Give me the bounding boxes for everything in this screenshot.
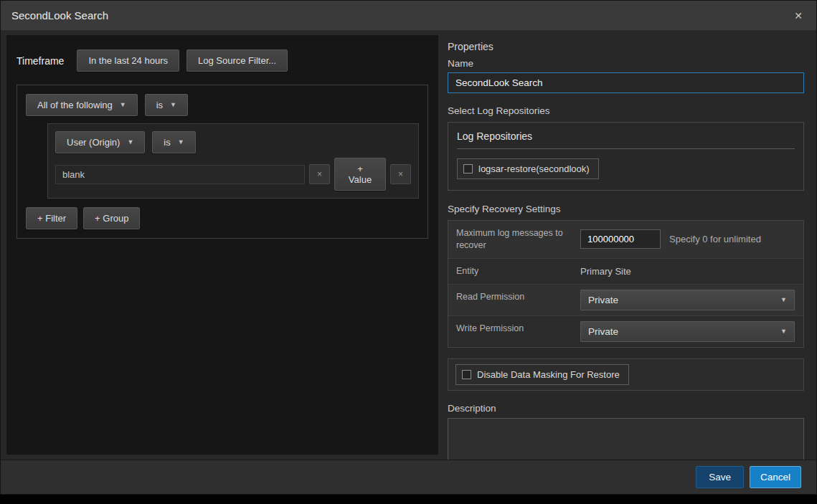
chevron-down-icon: ▼: [178, 139, 184, 146]
repository-item-label: logsar-restore(secondlook): [478, 163, 590, 174]
group-condition-label: is: [156, 100, 163, 110]
add-filter-button[interactable]: + Filter: [26, 207, 77, 229]
add-buttons-row: + Filter + Group: [26, 207, 419, 229]
max-messages-hint: Specify 0 for unlimited: [669, 234, 761, 244]
timeframe-label: Timeframe: [16, 55, 64, 67]
log-repositories-box: Log Repositories logsar-restore(secondlo…: [448, 122, 804, 191]
write-permission-dropdown[interactable]: Private ▼: [580, 321, 795, 342]
close-icon[interactable]: ✕: [791, 9, 806, 23]
chevron-down-icon: ▼: [127, 139, 133, 146]
select-repositories-label: Select Log Repositories: [448, 105, 804, 116]
read-permission-dropdown[interactable]: Private ▼: [580, 290, 795, 310]
entity-label: Entity: [448, 259, 572, 284]
group-operator-row: All of the following ▼ is ▼: [26, 94, 419, 116]
entity-value: Primary Site: [580, 266, 631, 277]
disable-data-masking-label: Disable Data Masking For Restore: [477, 369, 620, 380]
timeframe-row: Timeframe In the last 24 hours Log Sourc…: [16, 49, 428, 72]
properties-panel: Properties Name Select Log Repositories …: [438, 35, 811, 455]
dialog-title: SecondLook Search: [11, 9, 108, 22]
repository-checkbox-item[interactable]: logsar-restore(secondlook): [457, 158, 599, 179]
name-label: Name: [448, 58, 804, 69]
remove-value-button[interactable]: ×: [309, 164, 330, 184]
chevron-down-icon: ▼: [170, 102, 176, 108]
save-button[interactable]: Save: [696, 466, 744, 488]
query-builder-panel: Timeframe In the last 24 hours Log Sourc…: [6, 35, 438, 455]
timeframe-button[interactable]: In the last 24 hours: [77, 49, 179, 72]
recovery-settings-label: Specify Recovery Settings: [448, 204, 804, 214]
filter-condition-dropdown[interactable]: is ▼: [152, 131, 195, 153]
title-bar: SecondLook Search ✕: [1, 1, 816, 30]
filter-field-dropdown[interactable]: User (Origin) ▼: [55, 131, 145, 153]
remove-filter-button[interactable]: ×: [390, 164, 411, 184]
checkbox-icon[interactable]: [462, 370, 471, 379]
filter-group-box: All of the following ▼ is ▼ User (Origin…: [16, 85, 428, 239]
secondlook-search-dialog: SecondLook Search ✕ Timeframe In the las…: [0, 0, 817, 495]
checkbox-icon[interactable]: [463, 164, 473, 173]
write-permission-label: Write Permission: [448, 316, 572, 347]
filter-value-input[interactable]: [55, 165, 305, 184]
filter-value-row: × + Value ×: [55, 158, 411, 191]
add-value-button[interactable]: + Value: [334, 158, 386, 191]
cancel-button[interactable]: Cancel: [750, 466, 801, 488]
properties-section-label: Properties: [448, 41, 804, 52]
data-masking-box: Disable Data Masking For Restore: [448, 358, 804, 391]
group-operator-label: All of the following: [37, 100, 113, 110]
read-permission-row: Read Permission Private ▼: [448, 285, 803, 316]
max-messages-row: Maximum log messages to recover Specify …: [448, 221, 803, 259]
disable-data-masking-checkbox-item[interactable]: Disable Data Masking For Restore: [455, 364, 629, 385]
filter-condition-label: is: [164, 137, 170, 148]
log-source-filter-button[interactable]: Log Source Filter...: [186, 49, 288, 72]
chevron-down-icon: ▼: [780, 297, 787, 303]
entity-row: Entity Primary Site: [448, 259, 803, 285]
description-textarea[interactable]: [448, 418, 804, 460]
chevron-down-icon: ▼: [780, 328, 787, 335]
chevron-down-icon: ▼: [120, 102, 126, 108]
max-messages-label: Maximum log messages to recover: [448, 221, 572, 258]
max-messages-value-cell: Specify 0 for unlimited: [572, 221, 803, 258]
footer-bar: Save Cancel: [1, 460, 816, 494]
recovery-settings-table: Maximum log messages to recover Specify …: [448, 220, 804, 348]
dialog-body: Timeframe In the last 24 hours Log Sourc…: [1, 30, 816, 460]
add-group-button[interactable]: + Group: [83, 207, 140, 229]
group-operator-dropdown[interactable]: All of the following ▼: [26, 94, 138, 116]
read-permission-label: Read Permission: [448, 285, 572, 315]
log-repositories-title: Log Repositories: [457, 130, 795, 149]
max-messages-input[interactable]: [580, 229, 661, 249]
filter-item-box: User (Origin) ▼ is ▼ × + Value ×: [47, 123, 419, 199]
write-permission-row: Write Permission Private ▼: [448, 316, 803, 347]
name-input[interactable]: [448, 72, 804, 93]
write-permission-value: Private: [588, 326, 618, 337]
read-permission-value: Private: [588, 295, 618, 305]
filter-field-row: User (Origin) ▼ is ▼: [55, 131, 411, 153]
group-condition-dropdown[interactable]: is ▼: [145, 94, 188, 116]
filter-field-label: User (Origin): [67, 137, 120, 148]
description-label: Description: [448, 403, 804, 414]
